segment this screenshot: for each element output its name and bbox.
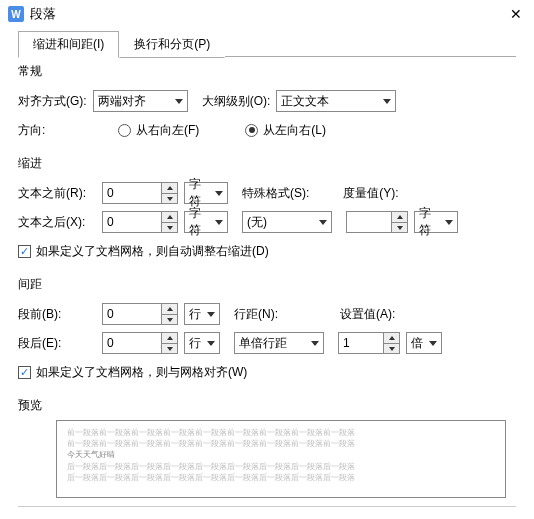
outline-combo[interactable]: 正文文本 bbox=[276, 90, 396, 112]
measure-unit[interactable]: 字符 bbox=[414, 211, 458, 233]
spacing-grid-label: 如果定义了文档网格，则与网格对齐(W) bbox=[36, 364, 247, 381]
space-before-input[interactable] bbox=[103, 304, 161, 324]
spin-down-button[interactable] bbox=[162, 193, 177, 203]
indent-before-label: 文本之前(R): bbox=[18, 185, 96, 202]
setval-unit[interactable]: 倍 bbox=[406, 332, 442, 354]
direction-ltr-radio[interactable]: 从左向右(L) bbox=[245, 122, 326, 139]
tab-indent-spacing[interactable]: 缩进和间距(I) bbox=[18, 31, 119, 58]
measure-spinner[interactable] bbox=[346, 211, 408, 233]
preview-line: 前一段落前一段落前一段落前一段落前一段落前一段落前一段落前一段落前一段落 bbox=[67, 438, 495, 449]
special-label: 特殊格式(S): bbox=[242, 185, 309, 202]
spin-up-button[interactable] bbox=[162, 333, 177, 343]
chevron-down-icon bbox=[311, 341, 319, 346]
indent-after-label: 文本之后(X): bbox=[18, 214, 96, 231]
checkbox-icon: ✓ bbox=[18, 245, 31, 258]
space-after-unit[interactable]: 行 bbox=[184, 332, 220, 354]
outline-value: 正文文本 bbox=[281, 93, 329, 110]
titlebar: W 段落 ✕ bbox=[0, 0, 534, 28]
chevron-down-icon bbox=[445, 220, 453, 225]
app-icon: W bbox=[8, 6, 24, 22]
special-value: (无) bbox=[247, 214, 267, 231]
radio-icon bbox=[118, 124, 131, 137]
rtl-label: 从右向左(F) bbox=[136, 122, 199, 139]
close-button[interactable]: ✕ bbox=[506, 4, 526, 24]
chevron-down-icon bbox=[215, 191, 223, 196]
radio-icon bbox=[245, 124, 258, 137]
preview-line: 后一段落后一段落后一段落后一段落后一段落后一段落后一段落后一段落后一段落 bbox=[67, 472, 495, 483]
indent-grid-check[interactable]: ✓ 如果定义了文档网格，则自动调整右缩进(D) bbox=[18, 243, 269, 260]
space-after-label: 段后(E): bbox=[18, 335, 96, 352]
align-value: 两端对齐 bbox=[98, 93, 146, 110]
align-combo[interactable]: 两端对齐 bbox=[93, 90, 188, 112]
space-after-spinner[interactable] bbox=[102, 332, 178, 354]
preview-line: 前一段落前一段落前一段落前一段落前一段落前一段落前一段落前一段落前一段落 bbox=[67, 427, 495, 438]
align-label: 对齐方式(G): bbox=[18, 93, 87, 110]
checkbox-icon: ✓ bbox=[18, 366, 31, 379]
spin-up-button[interactable] bbox=[384, 333, 399, 343]
measure-input[interactable] bbox=[347, 212, 391, 232]
section-spacing: 间距 bbox=[0, 270, 534, 295]
space-before-label: 段前(B): bbox=[18, 306, 96, 323]
window-title: 段落 bbox=[30, 5, 56, 23]
space-after-input[interactable] bbox=[103, 333, 161, 353]
section-general: 常规 bbox=[0, 57, 534, 82]
section-preview: 预览 bbox=[0, 391, 534, 416]
direction-label: 方向: bbox=[18, 122, 88, 139]
chevron-down-icon bbox=[175, 99, 183, 104]
indent-before-spinner[interactable] bbox=[102, 182, 178, 204]
spacing-grid-check[interactable]: ✓ 如果定义了文档网格，则与网格对齐(W) bbox=[18, 364, 247, 381]
direction-rtl-radio[interactable]: 从右向左(F) bbox=[118, 122, 199, 139]
indent-before-unit[interactable]: 字符 bbox=[184, 182, 228, 204]
chevron-down-icon bbox=[429, 341, 437, 346]
spin-down-button[interactable] bbox=[162, 343, 177, 353]
spin-down-button[interactable] bbox=[162, 222, 177, 232]
special-combo[interactable]: (无) bbox=[242, 211, 332, 233]
preview-line: 后一段落后一段落后一段落后一段落后一段落后一段落后一段落后一段落后一段落 bbox=[67, 461, 495, 472]
indent-grid-label: 如果定义了文档网格，则自动调整右缩进(D) bbox=[36, 243, 269, 260]
spin-up-button[interactable] bbox=[162, 212, 177, 222]
chevron-down-icon bbox=[383, 99, 391, 104]
preview-sample: 今天天气好晴 bbox=[67, 449, 495, 460]
section-indent: 缩进 bbox=[0, 149, 534, 174]
ltr-label: 从左向右(L) bbox=[263, 122, 326, 139]
spin-down-button[interactable] bbox=[392, 222, 407, 232]
setval-spinner[interactable] bbox=[338, 332, 400, 354]
spin-up-button[interactable] bbox=[162, 183, 177, 193]
tab-break-page[interactable]: 换行和分页(P) bbox=[119, 31, 225, 58]
indent-after-input[interactable] bbox=[103, 212, 161, 232]
chevron-down-icon bbox=[215, 220, 223, 225]
chevron-down-icon bbox=[319, 220, 327, 225]
spin-down-button[interactable] bbox=[162, 314, 177, 324]
outline-label: 大纲级别(O): bbox=[202, 93, 271, 110]
line-spacing-value: 单倍行距 bbox=[239, 335, 287, 352]
indent-after-unit[interactable]: 字符 bbox=[184, 211, 228, 233]
setval-input[interactable] bbox=[339, 333, 383, 353]
chevron-down-icon bbox=[207, 341, 215, 346]
indent-after-spinner[interactable] bbox=[102, 211, 178, 233]
chevron-down-icon bbox=[207, 312, 215, 317]
tab-bar: 缩进和间距(I) 换行和分页(P) bbox=[0, 30, 534, 57]
space-before-unit[interactable]: 行 bbox=[184, 303, 220, 325]
indent-before-input[interactable] bbox=[103, 183, 161, 203]
measure-label: 度量值(Y): bbox=[343, 185, 398, 202]
space-before-spinner[interactable] bbox=[102, 303, 178, 325]
spin-up-button[interactable] bbox=[392, 212, 407, 222]
divider bbox=[18, 506, 516, 507]
line-spacing-label: 行距(N): bbox=[234, 306, 316, 323]
line-spacing-combo[interactable]: 单倍行距 bbox=[234, 332, 324, 354]
preview-box: 前一段落前一段落前一段落前一段落前一段落前一段落前一段落前一段落前一段落 前一段… bbox=[56, 420, 506, 498]
spin-up-button[interactable] bbox=[162, 304, 177, 314]
spin-down-button[interactable] bbox=[384, 343, 399, 353]
setval-label: 设置值(A): bbox=[340, 306, 395, 323]
